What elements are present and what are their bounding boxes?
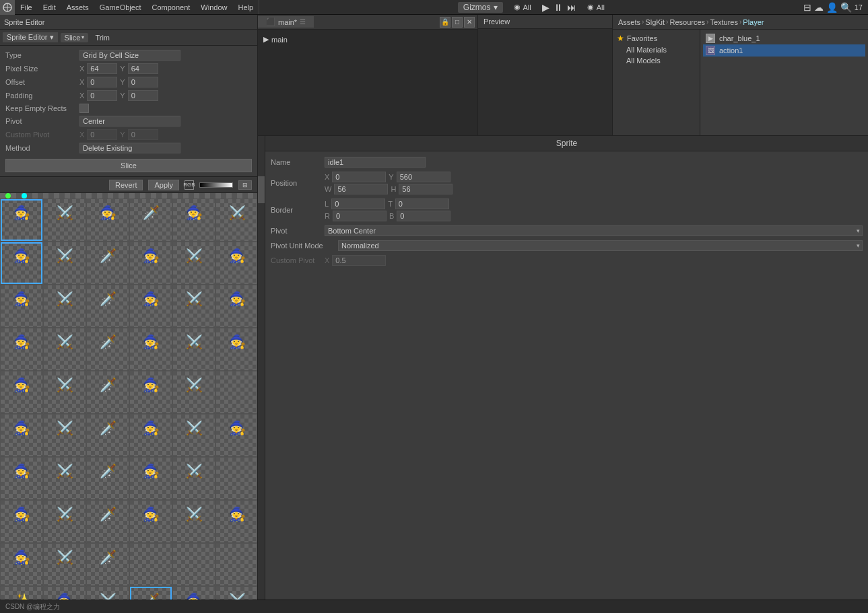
sprite-cell-0-0[interactable]: 🧙 [0, 199, 43, 242]
sprite-cell-3-0[interactable]: 🧙 [0, 328, 43, 371]
insp-pivot-mode-select[interactable]: Normalized Pixels [338, 240, 863, 251]
sprite-cell-0-4[interactable]: 🧙 [172, 199, 215, 242]
offset-y-input[interactable] [128, 77, 158, 87]
sprite-cell-1-0[interactable]: 🧙 [0, 242, 43, 285]
sprite-cell-9-0[interactable]: ✨ [0, 586, 43, 600]
tab-slice[interactable]: Slice ▾ [61, 33, 89, 42]
sprite-cell-4-5[interactable] [215, 371, 257, 414]
sprite-cell-2-0[interactable]: 🧙 [0, 285, 43, 328]
sprite-canvas[interactable]: Revert Apply RGB ⊟ [0, 177, 257, 600]
sprite-cell-8-4[interactable] [172, 543, 215, 586]
play-btn[interactable]: ▶ [542, 2, 549, 13]
sprite-cell-7-4[interactable]: ⚔️ [172, 500, 215, 543]
scene-tab[interactable]: ⬛ main* ☰ [258, 16, 314, 28]
insp-pivot-select[interactable]: Bottom Center Center Top Custom [325, 225, 863, 236]
cloud-icon[interactable]: ☁ [814, 2, 824, 13]
sprite-cell-3-1[interactable]: ⚔️ [43, 328, 86, 371]
menu-help[interactable]: Help [232, 0, 259, 14]
menu-component[interactable]: Component [146, 0, 195, 14]
sprite-cell-9-3[interactable]: 🗡️ [129, 586, 172, 600]
sprite-cell-6-5[interactable] [215, 457, 257, 500]
account-icon[interactable]: 👤 [826, 2, 838, 13]
menu-gameobject[interactable]: GameObject [94, 0, 147, 14]
sprite-cell-5-3[interactable]: 🧙 [129, 414, 172, 457]
sprite-cell-7-3[interactable]: 🧙 [129, 500, 172, 543]
sprite-cell-8-0[interactable]: 🧙 [0, 543, 43, 586]
sprite-cell-9-5[interactable]: ⚔️ [215, 586, 257, 600]
padding-y-input[interactable] [128, 90, 158, 101]
se-editor-dropdown[interactable]: Sprite Editor ▾ [3, 32, 58, 42]
pixel-size-y-input[interactable] [128, 63, 158, 74]
sprite-cell-1-4[interactable]: ⚔️ [172, 242, 215, 285]
keep-empty-checkbox[interactable] [79, 104, 89, 113]
menu-window[interactable]: Window [195, 0, 232, 14]
layers-icon[interactable]: ⊟ [803, 2, 811, 13]
favorites-item[interactable]: ★ Favorites [613, 32, 700, 44]
asset-char-blue-item[interactable]: ▶ char_blue_1 [703, 32, 865, 44]
sprite-cell-7-0[interactable]: 🧙 [0, 500, 43, 543]
scene-lock-btn[interactable]: 🔒 [440, 17, 450, 28]
apply-button[interactable]: Apply [148, 180, 179, 190]
revert-button[interactable]: Revert [109, 180, 143, 190]
type-select[interactable]: Grid By Cell Size Automatic Grid By Cell… [79, 50, 180, 61]
channel-btn[interactable]: ⊟ [238, 180, 252, 190]
sprite-cell-7-5[interactable]: 🧙 [215, 500, 257, 543]
sprite-cell-6-3[interactable]: 🧙 [129, 457, 172, 500]
pixel-size-x-input[interactable] [87, 63, 117, 74]
sprite-cell-6-1[interactable]: ⚔️ [43, 457, 86, 500]
sprite-cell-2-5[interactable]: 🧙 [215, 285, 257, 328]
sprite-cell-0-5[interactable]: ⚔️ [215, 199, 257, 242]
insp-name-input[interactable] [325, 157, 426, 168]
sprite-cell-6-2[interactable]: 🗡️ [86, 457, 129, 500]
insp-x-input[interactable] [332, 172, 386, 182]
sprite-cell-4-1[interactable]: ⚔️ [43, 371, 86, 414]
pause-btn[interactable]: ⏸ [554, 2, 563, 13]
sprite-cell-4-4[interactable]: ⚔️ [172, 371, 215, 414]
sprite-cell-2-3[interactable]: 🧙 [129, 285, 172, 328]
asset-action1-item[interactable]: 🖼 action1 [703, 44, 865, 57]
sprite-cell-0-3[interactable]: 🗡️ [129, 199, 172, 242]
insp-w-input[interactable] [334, 184, 388, 194]
sprite-cell-4-0[interactable]: 🧙 [0, 371, 43, 414]
sprite-cell-9-1[interactable]: 🧙 [43, 586, 86, 600]
sprite-cell-4-2[interactable]: 🗡️ [86, 371, 129, 414]
sprite-cell-8-3[interactable] [129, 543, 172, 586]
sprite-cell-9-2[interactable]: ⚔️ [86, 586, 129, 600]
alpha-slider[interactable] [199, 182, 233, 188]
sprite-cell-3-2[interactable]: 🗡️ [86, 328, 129, 371]
sprite-cell-8-2[interactable]: 🗡️ [86, 543, 129, 586]
pivot-select[interactable]: Center Top Bottom [79, 116, 180, 127]
scroll-track[interactable] [258, 136, 265, 600]
sprite-cell-3-5[interactable]: 🧙 [215, 328, 257, 371]
sprite-cell-7-2[interactable]: 🗡️ [86, 500, 129, 543]
sprite-cell-2-4[interactable]: ⚔️ [172, 285, 215, 328]
sprite-cell-3-3[interactable]: 🧙 [129, 328, 172, 371]
insp-r-input[interactable] [333, 211, 387, 221]
all-materials-item[interactable]: All Materials [613, 44, 700, 55]
all-models-item[interactable]: All Models [613, 55, 700, 66]
sprite-cell-4-3[interactable]: 🧙 [129, 371, 172, 414]
step-btn[interactable]: ⏭ [567, 2, 576, 13]
sprite-cell-7-1[interactable]: ⚔️ [43, 500, 86, 543]
insp-h-input[interactable] [399, 184, 453, 194]
sprite-cell-6-0[interactable]: 🧙 [0, 457, 43, 500]
sprite-cell-1-3[interactable]: 🧙 [129, 242, 172, 285]
sprite-cell-8-5[interactable] [215, 543, 257, 586]
sprite-cell-3-4[interactable]: ⚔️ [172, 328, 215, 371]
insp-l-input[interactable] [331, 199, 385, 209]
slice-button[interactable]: Slice [5, 159, 252, 172]
search-icon[interactable]: 🔍 [840, 2, 852, 13]
sprite-cell-5-0[interactable]: 🧙 [0, 414, 43, 457]
insp-b-input[interactable] [397, 211, 450, 221]
sprite-cell-5-5[interactable]: 🧙 [215, 414, 257, 457]
menu-file[interactable]: File [15, 0, 38, 14]
sprite-cell-0-2[interactable]: 🧙 [86, 199, 129, 242]
sprite-cell-8-1[interactable]: ⚔️ [43, 543, 86, 586]
sprite-cell-5-1[interactable]: ⚔️ [43, 414, 86, 457]
sprite-cell-2-2[interactable]: 🗡️ [86, 285, 129, 328]
scene-tab-menu[interactable]: ☰ [300, 18, 306, 26]
insp-cx-input[interactable] [332, 255, 386, 266]
padding-x-input[interactable] [87, 90, 117, 101]
sprite-cell-1-5[interactable]: 🧙 [215, 242, 257, 285]
menu-assets[interactable]: Assets [61, 0, 94, 14]
